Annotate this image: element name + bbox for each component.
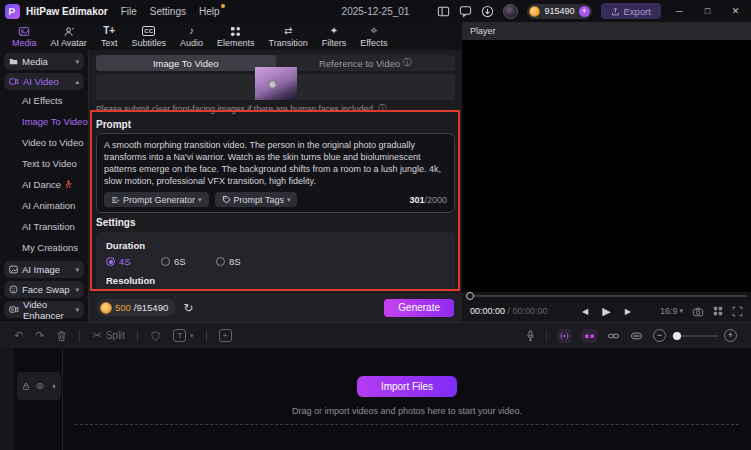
tab-filters[interactable]: ✦ Filters [315,24,354,49]
radio-dot [161,257,170,266]
menu-file[interactable]: File [121,6,137,17]
chevron-down-icon: ▾ [75,306,79,314]
play-icon[interactable]: ▶ [602,305,610,318]
prompt-generator-button[interactable]: Prompt Generator ▾ [104,192,209,207]
radio-duration-6s[interactable]: 6S [161,256,216,267]
image-upload-strip[interactable] [96,74,455,100]
sidebar-item-ai-dance[interactable]: AI Dance [0,174,88,195]
prompt-input[interactable]: A smooth morphing transition video. The … [96,133,455,213]
seek-bar[interactable] [462,292,751,300]
download-icon[interactable] [481,5,494,18]
tab-image-to-video[interactable]: Image To Video [96,55,276,71]
sidebar-group-media[interactable]: Media ▾ [4,53,84,70]
radio-duration-8s[interactable]: 8S [216,256,271,267]
sidebar-group-ai-image[interactable]: AI Image ▾ [4,261,84,278]
grid-icon[interactable] [713,306,723,316]
tab-elements[interactable]: Elements [210,24,262,49]
next-frame-icon[interactable]: ▶ [625,307,631,316]
split-button[interactable]: ✂ Split [92,330,125,341]
tab-reference-to-video[interactable]: Reference to Video ⓘ [276,55,456,71]
sidebar-group-face-swap[interactable]: Face Swap ▾ [4,281,84,298]
sidebar-item-image-to-video[interactable]: Image To Video [0,111,88,132]
generation-cost-badge: 500 /915490 [97,299,176,316]
export-button[interactable]: Export [601,3,661,19]
tab-effects[interactable]: ✧ Effects [353,24,394,49]
add-icon: + [219,329,232,342]
sidebar-item-ai-transition[interactable]: AI Transition [0,216,88,237]
microphone-icon[interactable] [525,329,536,342]
zoom-slider[interactable] [672,335,718,337]
close-button[interactable]: ✕ [726,2,745,20]
previous-frame-icon[interactable]: ◀ [582,307,588,316]
seek-track[interactable] [466,295,747,297]
import-files-button[interactable]: Import Files [357,376,457,397]
redo-icon[interactable]: ↷ [35,330,44,341]
tab-media[interactable]: Media [5,24,44,49]
add-marker-button[interactable]: + [219,329,232,342]
undo-icon[interactable]: ↶ [14,330,23,341]
sidebar-item-text-to-video[interactable]: Text to Video [0,153,88,174]
prompt-text[interactable]: A smooth morphing transition video. The … [104,139,447,187]
titlebar-actions: 915490 + Export ─ □ ✕ [437,2,751,20]
duration-options: 4S 6S 8S [106,256,445,267]
menu-settings[interactable]: Settings [150,6,186,17]
layout-panels-icon[interactable] [437,5,450,18]
sidebar-item-my-creations[interactable]: My Creations [0,237,88,258]
sidebar-item-ai-effects[interactable]: AI Effects [0,90,88,111]
eye-icon[interactable] [35,382,45,390]
project-name: 2025-12-25_01 [342,6,410,17]
sidebar-group-ai-video[interactable]: AI Video ▴ [4,73,84,90]
media-icon [18,25,30,37]
lock-icon[interactable] [22,382,30,391]
player-header: Player [462,22,751,40]
zoom-in-icon[interactable]: + [724,329,737,342]
radio-duration-4s[interactable]: 4S [106,256,161,267]
menu-help[interactable]: Help [199,6,220,17]
chevron-down-icon: ▾ [190,332,194,340]
tab-text[interactable]: T+ Text [94,24,125,49]
timeline-dropzone[interactable]: Import Files Drag or import videos and p… [63,348,751,450]
zoom-slider-handle[interactable] [673,332,681,340]
tag-icon [222,195,231,204]
feedback-icon[interactable] [459,5,472,18]
transport-controls: ◀ ▶ ▶ [582,305,631,318]
minimize-button[interactable]: ─ [670,2,689,20]
auto-ripple-icon[interactable] [582,329,597,343]
timeline-rail [0,348,14,450]
snap-icon[interactable] [557,329,572,343]
user-avatar[interactable] [503,4,518,19]
info-icon: ⓘ [378,103,387,115]
sidebar-item-ai-animation[interactable]: AI Animation [0,195,88,216]
divider [546,330,547,342]
timeline: ◑ Import Files Drag or import videos and… [0,348,751,450]
video-preview[interactable] [462,40,751,292]
mask-icon[interactable] [150,330,161,342]
aspect-ratio-select[interactable]: 16:9 ▾ [660,306,683,316]
refresh-icon[interactable]: ↻ [183,301,193,315]
tab-transition[interactable]: ⇄ Transition [261,24,314,49]
delete-icon[interactable] [56,330,67,342]
generate-button[interactable]: Generate [384,299,454,317]
fullscreen-icon[interactable] [732,306,743,317]
tab-audio[interactable]: ♪ Audio [173,24,210,49]
link-icon[interactable] [607,331,620,341]
maximize-button[interactable]: □ [698,2,717,20]
mute-icon[interactable]: ◑ [50,382,55,391]
add-credits-icon[interactable]: + [579,6,590,17]
snapshot-icon[interactable] [692,306,704,317]
text-tool-button[interactable]: T ▾ [173,329,194,342]
sidebar-item-video-to-video[interactable]: Video to Video [0,132,88,153]
uploaded-image-thumbnail[interactable] [255,67,297,100]
seek-handle[interactable] [466,292,474,300]
drag-hint-text: Drag or import videos and photos here to… [292,406,522,416]
prompt-tags-button[interactable]: Prompt Tags ▾ [215,192,298,207]
zoom-out-icon[interactable]: − [653,329,666,342]
app-window: HitPaw Edimakor File Settings Help 2025-… [0,0,751,450]
tab-subtitles[interactable]: CC Subtitles [124,24,173,49]
credits-badge[interactable]: 915490 + [527,4,591,19]
fit-timeline-icon[interactable] [630,331,643,341]
sidebar-group-video-enhancer[interactable]: Video Enhancer ▾ [4,301,84,318]
tab-ai-avatar[interactable]: AI Avatar [44,24,94,49]
chevron-down-icon: ▾ [75,266,79,274]
image-icon [9,265,18,274]
